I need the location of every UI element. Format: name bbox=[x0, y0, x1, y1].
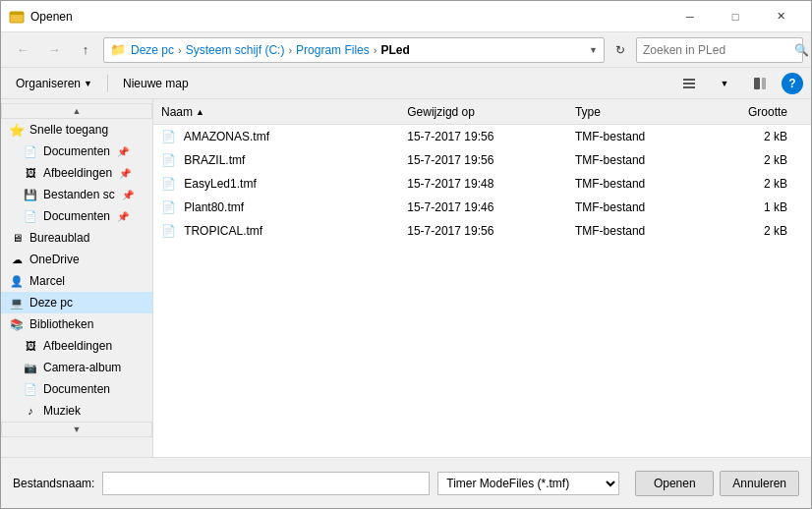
breadcrumb-dropdown-arrow: ▼ bbox=[589, 45, 598, 55]
file-icon: 📄 bbox=[161, 224, 176, 238]
file-type: TMF-bestand bbox=[575, 153, 710, 167]
new-folder-button[interactable]: Nieuwe map bbox=[116, 73, 196, 94]
file-date: 15-7-2017 19:56 bbox=[407, 224, 575, 238]
file-type: TMF-bestand bbox=[575, 177, 710, 191]
organize-toolbar: Organiseren ▼ Nieuwe map ▼ ? bbox=[1, 68, 811, 99]
file-icon: 📄 bbox=[161, 153, 176, 167]
file-size: 2 kB bbox=[709, 153, 803, 167]
file-type: TMF-bestand bbox=[575, 130, 710, 143]
svg-rect-2 bbox=[683, 79, 695, 81]
file-name-label: AMAZONAS.tmf bbox=[184, 130, 269, 143]
breadcrumb-deze-pc[interactable]: Deze pc bbox=[131, 43, 174, 57]
breadcrumb-folder-icon: 📁 bbox=[110, 42, 126, 57]
sidebar-item-bureaublad[interactable]: 🖥 Bureaublad bbox=[1, 227, 152, 249]
file-name-label: Plant80.tmf bbox=[184, 200, 244, 214]
search-icon: 🔍 bbox=[794, 43, 809, 57]
svg-rect-5 bbox=[754, 78, 760, 89]
library-icon: 📚 bbox=[9, 316, 25, 332]
svg-rect-3 bbox=[683, 83, 695, 85]
file-name-label: EasyLed1.tmf bbox=[184, 177, 256, 191]
document-icon-1: 📄 bbox=[23, 143, 38, 159]
toolbar-separator bbox=[107, 75, 108, 92]
table-row[interactable]: 📄 TROPICAL.tmf 15-7-2017 19:56 TMF-besta… bbox=[153, 219, 811, 243]
refresh-button[interactable]: ↻ bbox=[609, 38, 632, 62]
sidebar-item-onedrive[interactable]: ☁ OneDrive bbox=[1, 249, 152, 270]
forward-button[interactable]: → bbox=[40, 38, 68, 62]
file-name-label: BRAZIL.tmf bbox=[184, 153, 245, 167]
filename-input[interactable] bbox=[102, 472, 430, 495]
open-button[interactable]: Openen bbox=[635, 471, 714, 496]
table-row[interactable]: 📄 Plant80.tmf 15-7-2017 19:46 TMF-bestan… bbox=[153, 196, 811, 219]
content-area: ▲ ⭐ Snelle toegang 📄 Documenten 📌 🖼 Afbe… bbox=[1, 99, 811, 457]
col-header-name[interactable]: Naam ▲ bbox=[161, 105, 407, 119]
sidebar-item-camera-album[interactable]: 📷 Camera-album bbox=[1, 357, 152, 378]
sidebar-scroll-up[interactable]: ▲ bbox=[1, 103, 152, 119]
table-row[interactable]: 📄 AMAZONAS.tmf 15-7-2017 19:56 TMF-besta… bbox=[153, 125, 811, 148]
sidebar: ▲ ⭐ Snelle toegang 📄 Documenten 📌 🖼 Afbe… bbox=[1, 99, 153, 457]
file-size: 2 kB bbox=[709, 177, 803, 191]
breadcrumb-bar: 📁 Deze pc › Systeem schijf (C:) › Progra… bbox=[103, 37, 605, 63]
sidebar-item-marcel[interactable]: 👤 Marcel bbox=[1, 270, 152, 292]
file-icon: 📄 bbox=[161, 130, 176, 143]
hdd-icon: 💾 bbox=[23, 187, 38, 202]
col-header-date[interactable]: Gewijzigd op bbox=[407, 105, 575, 119]
svg-rect-4 bbox=[683, 86, 695, 88]
view-details-button[interactable] bbox=[675, 73, 703, 94]
file-icon: 📄 bbox=[161, 200, 176, 214]
organize-button[interactable]: Organiseren ▼ bbox=[9, 73, 99, 94]
filetype-select[interactable]: Timer ModeFiles (*.tmf)Alle bestanden (*… bbox=[437, 472, 619, 495]
table-row[interactable]: 📄 BRAZIL.tmf 15-7-2017 19:56 TMF-bestand… bbox=[153, 148, 811, 172]
file-size: 2 kB bbox=[709, 224, 803, 238]
camera-icon: 📷 bbox=[23, 360, 38, 375]
sidebar-item-deze-pc[interactable]: 💻 Deze pc bbox=[1, 292, 152, 313]
close-button[interactable]: ✕ bbox=[758, 1, 803, 32]
col-header-size[interactable]: Grootte bbox=[709, 105, 803, 119]
sidebar-item-documenten3[interactable]: 📄 Documenten bbox=[1, 378, 152, 400]
sidebar-item-afbeeldingen2[interactable]: 🖼 Afbeeldingen bbox=[1, 335, 152, 357]
file-size: 2 kB bbox=[709, 130, 803, 143]
sidebar-item-snelle-toegang[interactable]: ⭐ Snelle toegang bbox=[1, 119, 152, 141]
cancel-button[interactable]: Annuleren bbox=[720, 471, 799, 496]
bottom-bar: Bestandsnaam: Timer ModeFiles (*.tmf)All… bbox=[1, 457, 811, 508]
dialog-window: Openen ─ □ ✕ ← → ↑ 📁 Deze pc › Systeem s… bbox=[0, 0, 812, 509]
main-file-area: Naam ▲ Gewijzigd op Type Grootte 📄 AMAZO… bbox=[153, 99, 811, 457]
breadcrumb-program-files[interactable]: Program Files bbox=[296, 43, 370, 57]
sidebar-item-documenten2[interactable]: 📄 Documenten 📌 bbox=[1, 205, 152, 227]
file-date: 15-7-2017 19:56 bbox=[407, 130, 575, 143]
back-button[interactable]: ← bbox=[9, 38, 36, 62]
sidebar-item-bestanden[interactable]: 💾 Bestanden sc 📌 bbox=[1, 184, 152, 205]
view-dropdown-button[interactable]: ▼ bbox=[711, 73, 738, 94]
help-button[interactable]: ? bbox=[782, 73, 803, 94]
window-title: Openen bbox=[30, 10, 667, 24]
action-buttons: Openen Annuleren bbox=[635, 471, 799, 496]
preview-button[interactable] bbox=[746, 73, 774, 94]
file-type: TMF-bestand bbox=[575, 200, 710, 214]
nav-toolbar: ← → ↑ 📁 Deze pc › Systeem schijf (C:) › … bbox=[1, 32, 811, 68]
breadcrumb-systeem[interactable]: Systeem schijf (C:) bbox=[186, 43, 285, 57]
document-icon-2: 📄 bbox=[23, 208, 38, 224]
desktop-icon: 🖥 bbox=[9, 230, 25, 246]
file-list: 📄 AMAZONAS.tmf 15-7-2017 19:56 TMF-besta… bbox=[153, 125, 811, 457]
table-row[interactable]: 📄 EasyLed1.tmf 15-7-2017 19:48 TMF-besta… bbox=[153, 172, 811, 196]
file-name-label: TROPICAL.tmf bbox=[184, 224, 262, 238]
sidebar-item-muziek[interactable]: ♪ Muziek bbox=[1, 400, 152, 422]
sidebar-item-afbeeldingen1[interactable]: 🖼 Afbeeldingen 📌 bbox=[1, 162, 152, 184]
col-header-type[interactable]: Type bbox=[575, 105, 710, 119]
filename-label: Bestandsnaam: bbox=[13, 477, 94, 490]
file-date: 15-7-2017 19:46 bbox=[407, 200, 575, 214]
file-size: 1 kB bbox=[709, 200, 803, 214]
image-icon-2: 🖼 bbox=[23, 338, 38, 354]
document-icon-3: 📄 bbox=[23, 381, 38, 397]
maximize-button[interactable]: □ bbox=[713, 1, 758, 32]
file-date: 15-7-2017 19:48 bbox=[407, 177, 575, 191]
up-button[interactable]: ↑ bbox=[72, 38, 99, 62]
cloud-icon: ☁ bbox=[9, 252, 25, 267]
sidebar-scroll-down[interactable]: ▼ bbox=[1, 422, 152, 437]
minimize-button[interactable]: ─ bbox=[667, 1, 713, 32]
sidebar-item-bibliotheken[interactable]: 📚 Bibliotheken bbox=[1, 313, 152, 335]
user-icon: 👤 bbox=[9, 273, 25, 289]
sidebar-item-documenten1[interactable]: 📄 Documenten 📌 bbox=[1, 141, 152, 162]
search-input[interactable] bbox=[643, 43, 790, 57]
star-icon: ⭐ bbox=[9, 122, 25, 138]
search-bar: 🔍 bbox=[636, 37, 803, 63]
